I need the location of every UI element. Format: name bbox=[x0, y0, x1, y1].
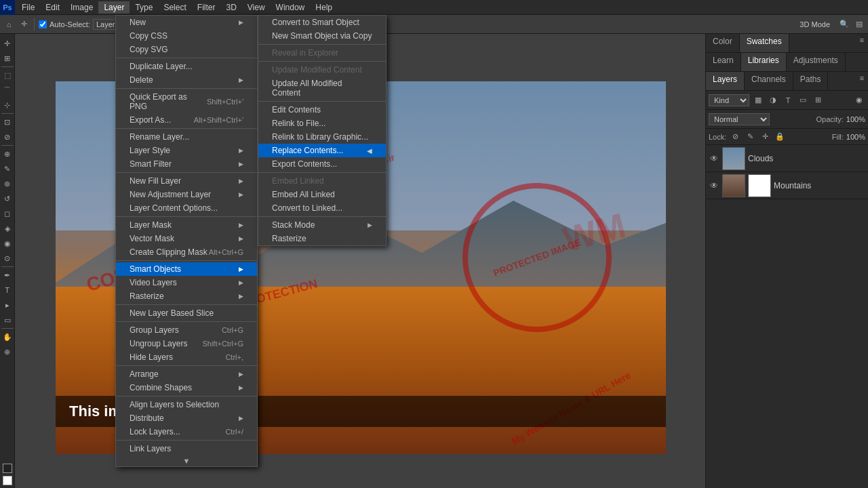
menu-type[interactable]: Type bbox=[130, 1, 158, 14]
pen-tool[interactable]: ✒ bbox=[1, 268, 14, 282]
blur-tool[interactable]: ◉ bbox=[1, 237, 14, 250]
workspace-icon[interactable]: ▤ bbox=[853, 18, 865, 30]
layer-row-mountains[interactable]: 👁 Mountains bbox=[706, 172, 868, 199]
menu-item-layer-mask[interactable]: Layer Mask bbox=[116, 218, 257, 232]
menu-item-video-layers[interactable]: Video Layers bbox=[116, 276, 257, 289]
marquee-tool[interactable]: ⬚ bbox=[1, 68, 14, 82]
artboard-tool[interactable]: ⊞ bbox=[1, 52, 14, 65]
filter-adjust-icon[interactable]: ◑ bbox=[767, 94, 779, 106]
menu-edit[interactable]: Edit bbox=[40, 1, 65, 14]
eraser-tool[interactable]: ◻ bbox=[1, 207, 14, 220]
menu-item-lock[interactable]: Lock Layers...Ctrl+/ bbox=[116, 425, 257, 439]
menu-item-export-as[interactable]: Export As...Alt+Shift+Ctrl+' bbox=[116, 113, 257, 127]
menu-item-rasterize[interactable]: Rasterize bbox=[116, 289, 257, 303]
menu-item-vector-mask[interactable]: Vector Mask bbox=[116, 232, 257, 245]
zoom-tool[interactable]: ⊕ bbox=[1, 345, 14, 359]
menu-layer[interactable]: Layer bbox=[98, 1, 130, 14]
gradient-tool[interactable]: ◈ bbox=[1, 222, 14, 235]
submenu-convert-linked[interactable]: Convert to Linked... bbox=[258, 201, 386, 215]
menu-item-new[interactable]: New bbox=[116, 16, 257, 29]
blend-mode-select[interactable]: Normal bbox=[709, 113, 770, 125]
menu-3d[interactable]: 3D bbox=[220, 1, 241, 14]
menu-select[interactable]: Select bbox=[158, 1, 191, 14]
submenu-rasterize[interactable]: Rasterize bbox=[258, 232, 386, 245]
menu-item-rename[interactable]: Rename Layer... bbox=[116, 130, 257, 144]
autoselect-checkbox[interactable] bbox=[39, 20, 47, 28]
tab-paths[interactable]: Paths bbox=[793, 72, 829, 90]
submenu-new-smart-copy[interactable]: New Smart Object via Copy bbox=[258, 29, 386, 43]
submenu-stack-mode[interactable]: Stack Mode bbox=[258, 218, 386, 232]
shape-tool[interactable]: ▭ bbox=[1, 313, 14, 327]
type-tool[interactable]: T bbox=[1, 283, 14, 297]
lock-transparent-icon[interactable]: ⊘ bbox=[729, 131, 741, 143]
hand-tool[interactable]: ✋ bbox=[1, 330, 14, 344]
lock-position-icon[interactable]: ✛ bbox=[759, 131, 771, 143]
tab-learn[interactable]: Learn bbox=[706, 53, 741, 71]
menu-filter[interactable]: Filter bbox=[192, 1, 221, 14]
tab-adjustments[interactable]: Adjustments bbox=[787, 53, 846, 71]
panel-options-icon[interactable]: ≡ bbox=[856, 34, 868, 46]
menu-item-combine-shapes[interactable]: Combine Shapes bbox=[116, 381, 257, 394]
submenu-replace-contents[interactable]: Replace Contents... ◀ bbox=[258, 144, 386, 157]
visibility-mountains-icon[interactable]: 👁 bbox=[709, 181, 719, 190]
tab-swatches[interactable]: Swatches bbox=[740, 34, 789, 52]
menu-item-distribute[interactable]: Distribute bbox=[116, 411, 257, 425]
submenu-embed-all[interactable]: Embed All Linked bbox=[258, 188, 386, 201]
menu-item-ungroup[interactable]: Ungroup LayersShift+Ctrl+G bbox=[116, 337, 257, 350]
layers-panel-options[interactable]: ≡ bbox=[856, 72, 868, 84]
tab-color[interactable]: Color bbox=[706, 34, 740, 52]
lasso-tool[interactable]: ⌒ bbox=[1, 83, 14, 97]
menu-item-arrange[interactable]: Arrange bbox=[116, 367, 257, 381]
filter-type-icon[interactable]: T bbox=[782, 94, 794, 106]
home-icon[interactable]: ⌂ bbox=[3, 18, 15, 30]
visibility-clouds-icon[interactable]: 👁 bbox=[709, 154, 719, 163]
menu-item-copy-svg[interactable]: Copy SVG bbox=[116, 43, 257, 56]
brush-tool[interactable]: ✎ bbox=[1, 162, 14, 176]
menu-item-copy-css[interactable]: Copy CSS bbox=[116, 29, 257, 43]
submenu-convert-smart[interactable]: Convert to Smart Object bbox=[258, 16, 386, 29]
magic-wand-tool[interactable]: ⊹ bbox=[1, 98, 14, 112]
layer-row-clouds[interactable]: 👁 Clouds bbox=[706, 145, 868, 172]
history-brush-tool[interactable]: ↺ bbox=[1, 192, 14, 205]
menu-window[interactable]: Window bbox=[271, 1, 311, 14]
submenu-update-all[interactable]: Update All Modified Content bbox=[258, 77, 386, 100]
fill-value[interactable]: 100% bbox=[846, 133, 865, 141]
menu-item-new-adjustment[interactable]: New Adjustment Layer bbox=[116, 188, 257, 201]
menu-image[interactable]: Image bbox=[65, 1, 98, 14]
menu-item-link[interactable]: Link Layers bbox=[116, 442, 257, 455]
submenu-export-contents[interactable]: Export Contents... bbox=[258, 157, 386, 171]
foreground-color[interactable] bbox=[3, 464, 12, 473]
filter-smart-icon[interactable]: ⊞ bbox=[812, 94, 824, 106]
search-icon[interactable]: 🔍 bbox=[838, 18, 850, 30]
lock-all-icon[interactable]: 🔒 bbox=[774, 131, 786, 143]
menu-item-smart-filter[interactable]: Smart Filter bbox=[116, 157, 257, 171]
dodge-tool[interactable]: ⊙ bbox=[1, 251, 14, 265]
kind-filter-select[interactable]: Kind bbox=[709, 94, 749, 106]
submenu-relink-file[interactable]: Relink to File... bbox=[258, 117, 386, 130]
menu-item-new-slice[interactable]: New Layer Based Slice bbox=[116, 306, 257, 320]
opacity-value[interactable]: 100% bbox=[846, 115, 865, 123]
submenu-relink-library[interactable]: Relink to Library Graphic... bbox=[258, 130, 386, 144]
menu-view[interactable]: View bbox=[242, 1, 271, 14]
lock-image-icon[interactable]: ✎ bbox=[744, 131, 756, 143]
menu-item-align[interactable]: Align Layers to Selection bbox=[116, 398, 257, 411]
filter-pixel-icon[interactable]: ▦ bbox=[752, 94, 764, 106]
menu-item-layer-content[interactable]: Layer Content Options... bbox=[116, 201, 257, 215]
background-color[interactable] bbox=[3, 476, 12, 485]
healing-tool[interactable]: ⊕ bbox=[1, 147, 14, 161]
path-select-tool[interactable]: ▸ bbox=[1, 298, 14, 312]
menu-file[interactable]: File bbox=[16, 1, 40, 14]
menu-item-group[interactable]: Group LayersCtrl+G bbox=[116, 323, 257, 337]
menu-item-quick-export[interactable]: Quick Export as PNGShift+Ctrl+' bbox=[116, 90, 257, 113]
menu-item-delete[interactable]: Delete bbox=[116, 73, 257, 87]
menu-item-hide[interactable]: Hide LayersCtrl+, bbox=[116, 350, 257, 364]
crop-tool[interactable]: ⊡ bbox=[1, 115, 14, 129]
move-tool[interactable]: ✛ bbox=[1, 37, 14, 50]
menu-item-new-fill[interactable]: New Fill Layer bbox=[116, 174, 257, 188]
submenu-edit-contents[interactable]: Edit Contents bbox=[258, 103, 386, 117]
menu-item-clipping-mask[interactable]: Create Clipping MaskAlt+Ctrl+G bbox=[116, 245, 257, 259]
tab-channels[interactable]: Channels bbox=[745, 72, 793, 90]
tab-layers[interactable]: Layers bbox=[706, 72, 745, 90]
move-tool-icon[interactable]: ✛ bbox=[18, 18, 30, 30]
eyedropper-tool[interactable]: ⊘ bbox=[1, 130, 14, 144]
